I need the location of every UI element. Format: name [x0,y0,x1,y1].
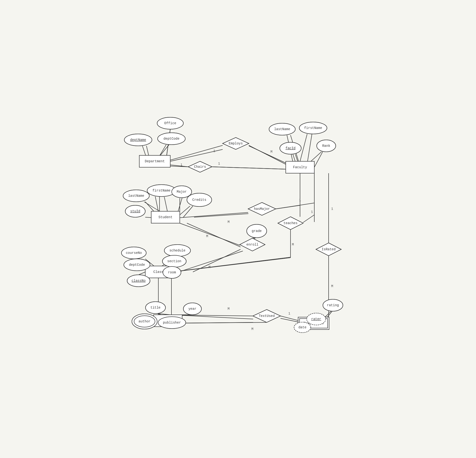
svg-text:date: date [298,325,306,329]
svg-line-22 [187,223,240,247]
svg-text:title: title [150,306,160,309]
svg-text:courseNo: courseNo [126,251,142,255]
svg-text:rater: rater [311,317,321,321]
svg-text:Student: Student [158,215,172,219]
svg-text:section: section [167,259,181,263]
svg-text:lastName: lastName [128,194,144,198]
svg-text:Major: Major [177,190,187,193]
hasmajor-mult-m: M [227,220,229,224]
svg-text:schedule: schedule [169,248,185,252]
svg-line-21 [194,214,248,217]
svg-text:stuId: stuId [130,209,140,213]
employs-mult-1: 1 [213,149,215,153]
teaches-mult-1: 1 [311,210,313,214]
textused-mult-m-cls: M [227,307,229,310]
svg-line-67 [180,223,240,245]
svg-text:deptName: deptName [130,138,146,142]
svg-text:grade: grade [251,229,262,233]
hasmajor-mult-1: 1 [299,198,301,202]
enroll-mult-m-stu: M [206,234,208,238]
svg-line-58 [276,203,314,209]
israted-mult-1: 1 [331,207,333,211]
chairs-mult-1a: 1 [180,163,182,167]
svg-text:facId: facId [285,146,295,150]
svg-text:author: author [138,319,150,323]
svg-line-48 [160,145,166,156]
svg-line-59 [303,215,314,223]
svg-text:enroll: enroll [246,242,258,246]
chairs-mult-1b: 1 [218,162,220,165]
teaches-mult-m: M [292,242,294,246]
textused-mult-1: 1 [288,311,290,315]
svg-text:room: room [168,270,176,274]
svg-text:Rank: Rank [322,144,330,148]
employs-mult-m: M [270,150,272,153]
svg-text:firstName: firstName [304,126,322,130]
svg-line-66 [180,212,248,218]
svg-text:Department: Department [144,159,165,163]
svg-text:hasMajor: hasMajor [254,207,270,211]
er-diagram: Department Faculty Student Class Textboo… [119,115,357,343]
svg-text:IsRated: IsRated [322,247,336,251]
svg-text:Faculty: Faculty [293,165,307,169]
svg-text:publisher: publisher [163,320,181,324]
svg-line-10 [314,152,323,167]
svg-text:year: year [188,307,196,310]
svg-text:rating: rating [327,303,339,307]
svg-text:firstName: firstName [153,188,170,192]
svg-text:Class: Class [153,270,163,274]
textused-mult-m-txt: M [251,327,253,331]
svg-line-55 [293,154,295,162]
svg-text:Employs: Employs [229,141,243,145]
svg-text:Credits: Credits [192,198,206,201]
svg-text:TextUsed: TextUsed [259,314,275,318]
svg-text:classNo: classNo [131,279,145,283]
enroll-mult-m-cls: M [208,265,210,269]
svg-text:lastName: lastName [274,127,290,131]
svg-line-70 [171,257,290,272]
svg-text:deptCode: deptCode [163,137,179,140]
svg-text:Office: Office [164,121,176,125]
israted-mult-m: M [331,284,333,288]
svg-line-52 [212,167,286,169]
svg-line-8 [307,134,312,164]
svg-text:teaches: teaches [283,221,298,225]
svg-text:Chairs: Chairs [194,165,206,168]
svg-text:deptCode: deptCode [129,263,145,266]
svg-line-65 [180,206,190,215]
